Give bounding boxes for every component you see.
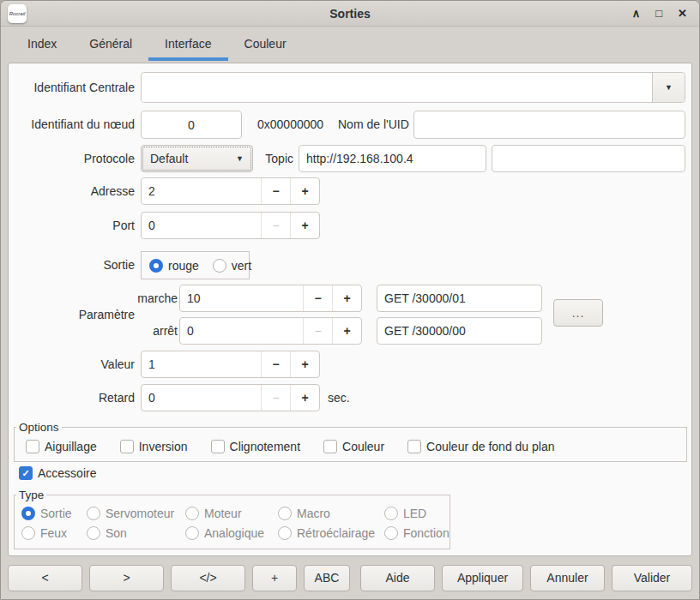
output-label: Sortie	[9, 251, 135, 279]
parameter-more-button[interactable]: ...	[553, 299, 603, 327]
parameter-on-decrement-button[interactable]: −	[303, 285, 332, 311]
type-moteur-radio[interactable]: Moteur	[185, 507, 278, 520]
option-couleur-label: Couleur	[342, 440, 384, 453]
maximize-icon[interactable]: □	[655, 7, 662, 20]
accessory-label: Accessoire	[38, 466, 96, 480]
port-decrement-button[interactable]: −	[261, 213, 290, 238]
type-feux-label: Feux	[40, 526, 67, 540]
output-green-label: vert	[232, 259, 251, 273]
help-button[interactable]: Aide	[360, 565, 435, 591]
node-id-hex-value: 0x00000000	[257, 111, 323, 139]
type-sortie-label: Sortie	[40, 507, 72, 520]
parameter-off-value[interactable]: 0	[180, 318, 303, 344]
cancel-button[interactable]: Annuler	[530, 565, 605, 591]
parameter-on-increment-button[interactable]: +	[332, 285, 361, 311]
type-macro-radio[interactable]: Macro	[278, 507, 384, 520]
parameter-off-spinbox[interactable]: 0 − +	[179, 317, 362, 345]
checkbox-unchecked-icon	[407, 440, 421, 453]
output-green-option[interactable]: vert	[213, 259, 251, 273]
port-value[interactable]: 0	[142, 213, 261, 238]
add-button[interactable]: +	[252, 565, 297, 591]
checkbox-checked-icon: ✓	[19, 466, 33, 480]
tab-couleur[interactable]: Couleur	[228, 27, 303, 61]
chevron-down-icon: ▼	[236, 154, 244, 163]
value-decrement-button[interactable]: −	[261, 351, 290, 377]
output-red-option[interactable]: rouge	[149, 259, 199, 273]
parameter-off-command-input[interactable]	[377, 317, 542, 345]
type-sortie-radio[interactable]: Sortie	[21, 507, 87, 520]
options-legend: Options	[16, 421, 62, 434]
topic-label: Topic	[262, 145, 293, 172]
value-spinbox[interactable]: 1 − +	[141, 351, 320, 378]
tab-index[interactable]: Index	[11, 27, 73, 61]
topic-input[interactable]	[299, 145, 486, 172]
previous-button[interactable]: <	[8, 565, 82, 591]
parameter-on-value[interactable]: 10	[180, 285, 303, 311]
delay-value[interactable]: 0	[142, 385, 261, 411]
parameter-off-increment-button[interactable]: +	[332, 318, 361, 344]
minimize-icon[interactable]: ∧	[632, 7, 641, 20]
address-increment-button[interactable]: +	[290, 178, 319, 204]
value-label: Valeur	[9, 351, 135, 378]
parameter-off-decrement-button[interactable]: −	[303, 318, 332, 344]
checkbox-unchecked-icon	[26, 440, 39, 453]
type-led-radio[interactable]: LED	[384, 507, 450, 520]
type-fonction-radio[interactable]: Fonction	[384, 526, 450, 540]
protocol-dropdown[interactable]: Default ▼	[141, 145, 253, 172]
next-button[interactable]: >	[89, 565, 164, 591]
abc-button[interactable]: ABC	[304, 565, 350, 591]
parameter-on-spinbox[interactable]: 10 − +	[179, 285, 362, 312]
type-retroeclairage-radio[interactable]: Rétroéclairage	[278, 526, 384, 540]
rocrail-logo-text: Rocrail	[9, 11, 26, 16]
delay-label: Retard	[9, 384, 135, 411]
radio-unselected-icon	[87, 526, 100, 540]
option-couleur-fond-plan-label: Couleur de fond du plan	[426, 440, 554, 453]
radio-selected-icon	[149, 259, 163, 273]
radio-unselected-icon	[384, 507, 398, 520]
type-servomoteur-label: Servomoteur	[106, 507, 174, 520]
option-couleur[interactable]: Couleur	[323, 440, 384, 453]
type-fonction-label: Fonction	[403, 526, 450, 540]
ok-button[interactable]: Valider	[612, 565, 692, 591]
port-increment-button[interactable]: +	[290, 213, 319, 238]
port-spinbox[interactable]: 0 − +	[141, 212, 320, 239]
tab-interface[interactable]: Interface	[148, 27, 227, 61]
close-icon[interactable]: ✕	[678, 7, 687, 20]
address-spinbox[interactable]: 2 − +	[141, 177, 320, 205]
option-aiguillage[interactable]: Aiguillage	[26, 440, 97, 453]
type-analogique-radio[interactable]: Analogique	[185, 526, 278, 540]
option-clignotement[interactable]: Clignotement	[211, 440, 301, 453]
parameter-on-command-input[interactable]	[377, 285, 542, 312]
radio-unselected-icon	[384, 526, 398, 540]
apply-button[interactable]: Appliquer	[442, 565, 523, 591]
rocrail-app-icon: Rocrail	[8, 4, 27, 23]
radio-unselected-icon	[87, 507, 100, 520]
type-feux-radio[interactable]: Feux	[21, 526, 87, 540]
checkbox-unchecked-icon	[211, 440, 225, 453]
node-id-input[interactable]	[141, 111, 242, 139]
tab-general[interactable]: Général	[73, 27, 148, 61]
code-button[interactable]: </>	[171, 565, 245, 591]
uid-name-input[interactable]	[413, 111, 685, 139]
value-value[interactable]: 1	[142, 351, 261, 377]
central-id-combobox[interactable]: ▼	[141, 72, 685, 103]
accessory-checkbox[interactable]: ✓ Accessoire	[19, 466, 96, 480]
option-inversion[interactable]: Inversion	[120, 440, 188, 453]
value-increment-button[interactable]: +	[290, 351, 319, 377]
delay-spinbox[interactable]: 0 − +	[141, 384, 320, 411]
delay-decrement-button[interactable]: −	[261, 385, 290, 411]
radio-unselected-icon	[185, 507, 199, 520]
option-couleur-fond-plan[interactable]: Couleur de fond du plan	[407, 440, 554, 453]
checkbox-unchecked-icon	[323, 440, 337, 453]
option-aiguillage-label: Aiguillage	[45, 440, 97, 453]
central-id-dropdown-button[interactable]: ▼	[652, 73, 685, 102]
delay-increment-button[interactable]: +	[290, 385, 319, 411]
topic-extra-input[interactable]	[492, 145, 685, 172]
node-id-label: Identifiant du nœud	[9, 111, 135, 139]
address-decrement-button[interactable]: −	[261, 178, 290, 204]
type-servomoteur-radio[interactable]: Servomoteur	[87, 507, 185, 520]
type-son-radio[interactable]: Son	[87, 526, 185, 540]
tab-bar: Index Général Interface Couleur	[1, 27, 699, 61]
central-id-entry[interactable]	[142, 73, 652, 102]
address-value[interactable]: 2	[142, 178, 261, 204]
